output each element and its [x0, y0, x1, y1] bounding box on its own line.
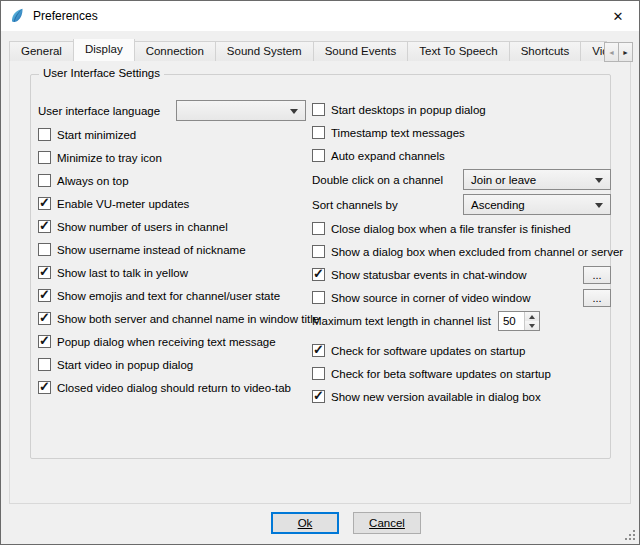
checkbox[interactable]	[38, 128, 51, 141]
resize-grip[interactable]	[623, 528, 636, 541]
checkbox-label: Minimize to tray icon	[57, 152, 162, 164]
user-interface-settings-group: User Interface Settings User interface l…	[30, 74, 611, 459]
chevron-down-icon	[290, 109, 298, 114]
app-logo-icon	[9, 8, 25, 24]
checkbox-label: Show a dialog box when excluded from cha…	[331, 246, 623, 258]
checkbox[interactable]	[312, 245, 325, 258]
double-click-dropdown[interactable]: Join or leave	[463, 169, 611, 190]
ok-button[interactable]: Ok	[271, 512, 339, 534]
tab-scroll-left-icon[interactable]: ◄	[604, 42, 619, 62]
checkbox-label: Show username instead of nickname	[57, 244, 246, 256]
checkbox[interactable]	[312, 126, 325, 139]
max-text-length-spinner[interactable]: 50	[498, 311, 540, 331]
double-click-value: Join or leave	[471, 174, 536, 186]
checkbox-label: Show both server and channel name in win…	[57, 313, 319, 325]
checkbox[interactable]	[312, 149, 325, 162]
checkbox[interactable]	[38, 289, 51, 302]
window-title: Preferences	[33, 9, 98, 23]
checkbox-label: Check for beta software updates on start…	[331, 368, 551, 380]
checkbox-row[interactable]: Check for software updates on startup	[312, 339, 611, 362]
tab-sound-events[interactable]: Sound Events	[313, 41, 409, 61]
tab-video[interactable]: Video	[580, 41, 607, 61]
tab-text-to-speech[interactable]: Text To Speech	[407, 41, 509, 61]
checkbox-label: Start minimized	[57, 129, 136, 141]
checkbox[interactable]	[38, 312, 51, 325]
checkbox[interactable]	[38, 220, 51, 233]
checkbox-row[interactable]: Auto expand channels	[312, 144, 611, 167]
checkbox-row[interactable]: Closed video dialog should return to vid…	[38, 376, 306, 399]
title-bar[interactable]: Preferences ✕	[1, 1, 639, 31]
cancel-button-label: Cancel	[369, 517, 405, 529]
checkbox[interactable]	[312, 103, 325, 116]
tab-sound-system[interactable]: Sound System	[215, 41, 314, 61]
checkbox[interactable]	[38, 335, 51, 348]
checkbox[interactable]	[38, 174, 51, 187]
checkbox-row[interactable]: Start minimized	[38, 123, 306, 146]
language-row: User interface language	[38, 98, 306, 123]
sort-channels-row: Sort channels by Ascending	[312, 192, 611, 217]
checkbox-label: Always on top	[57, 175, 129, 187]
cancel-button[interactable]: Cancel	[353, 512, 421, 534]
checkbox-row[interactable]: Show number of users in channel	[38, 215, 306, 238]
checkbox-row[interactable]: Popup dialog when receiving text message	[38, 330, 306, 353]
checkbox-row[interactable]: Show new version available in dialog box	[312, 385, 611, 408]
max-text-length-value[interactable]: 50	[499, 312, 524, 330]
language-dropdown[interactable]	[176, 100, 306, 121]
checkbox-row[interactable]: Start video in popup dialog	[38, 353, 306, 376]
checkbox-label: Show statusbar events in chat-window	[331, 269, 527, 281]
checkbox-row[interactable]: Start desktops in popup dialog	[312, 98, 611, 121]
checkbox[interactable]	[312, 222, 325, 235]
checkbox-row[interactable]: Check for beta software updates on start…	[312, 362, 611, 385]
tab-connection[interactable]: Connection	[134, 41, 216, 61]
display-tab-pane: User Interface Settings User interface l…	[9, 60, 631, 504]
max-text-length-label: Maximum text length in channel list	[312, 315, 491, 327]
checkbox-label: Show last to talk in yellow	[57, 267, 188, 279]
checkbox[interactable]	[38, 197, 51, 210]
checkbox-row[interactable]: Timestamp text messages	[312, 121, 611, 144]
checkbox[interactable]	[38, 151, 51, 164]
spinner-up-icon[interactable]	[525, 312, 539, 321]
video-source-more-button[interactable]: ...	[583, 289, 611, 307]
statusbar-events-more-button[interactable]: ...	[583, 266, 611, 284]
checkbox-row[interactable]: Show a dialog box when excluded from cha…	[312, 240, 611, 263]
chevron-down-icon	[595, 203, 603, 208]
tab-general[interactable]: General	[9, 41, 74, 61]
checkbox[interactable]	[312, 268, 325, 281]
checkbox-label: Show new version available in dialog box	[331, 391, 541, 403]
checkbox-label: Closed video dialog should return to vid…	[57, 382, 291, 394]
checkbox[interactable]	[312, 344, 325, 357]
spinner-down-icon[interactable]	[525, 321, 539, 330]
checkbox[interactable]	[312, 390, 325, 403]
max-text-length-row: Maximum text length in channel list 50	[312, 309, 611, 333]
tab-shortcuts[interactable]: Shortcuts	[509, 41, 582, 61]
video-source-row[interactable]: Show source in corner of video window ..…	[312, 286, 611, 309]
tab-display[interactable]: Display	[73, 39, 135, 61]
left-column: User interface language Start minimized …	[38, 98, 306, 399]
checkbox-label: Start video in popup dialog	[57, 359, 193, 371]
checkbox-row[interactable]: Show last to talk in yellow	[38, 261, 306, 284]
close-icon[interactable]: ✕	[597, 1, 639, 31]
checkbox-row[interactable]: Show username instead of nickname	[38, 238, 306, 261]
checkbox-label: Auto expand channels	[331, 150, 445, 162]
checkbox[interactable]	[38, 243, 51, 256]
checkbox[interactable]	[312, 291, 325, 304]
tab-scroll-right-icon[interactable]: ►	[618, 42, 633, 62]
checkbox-row[interactable]: Enable VU-meter updates	[38, 192, 306, 215]
checkbox[interactable]	[38, 381, 51, 394]
checkbox-row[interactable]: Minimize to tray icon	[38, 146, 306, 169]
checkbox-row[interactable]: Show emojis and text for channel/user st…	[38, 284, 306, 307]
tab-bar: General Display Connection Sound System …	[9, 39, 607, 61]
checkbox[interactable]	[38, 358, 51, 371]
sort-channels-dropdown[interactable]: Ascending	[463, 194, 611, 215]
preferences-window: { "window": { "title": "Preferences", "c…	[0, 0, 640, 545]
checkbox-label: Close dialog box when a file transfer is…	[331, 223, 571, 235]
checkbox-label: Check for software updates on startup	[331, 345, 525, 357]
tab-scroll-buttons: ◄ ►	[605, 42, 633, 62]
double-click-label: Double click on a channel	[312, 174, 443, 186]
statusbar-events-row[interactable]: Show statusbar events in chat-window ...	[312, 263, 611, 286]
checkbox-row[interactable]: Show both server and channel name in win…	[38, 307, 306, 330]
checkbox-row[interactable]: Close dialog box when a file transfer is…	[312, 217, 611, 240]
checkbox[interactable]	[38, 266, 51, 279]
checkbox[interactable]	[312, 367, 325, 380]
checkbox-row[interactable]: Always on top	[38, 169, 306, 192]
